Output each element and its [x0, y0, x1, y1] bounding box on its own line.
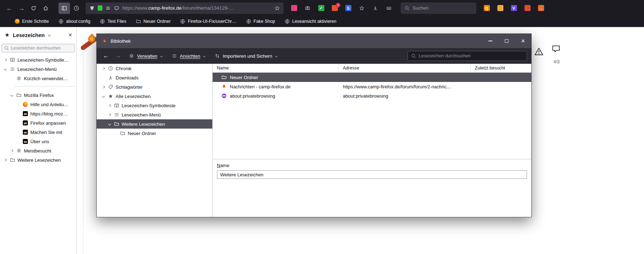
- tree-item[interactable]: Lesezeichen-Menü: [0, 64, 76, 74]
- chevron-right-icon[interactable]: [102, 85, 105, 88]
- name-input[interactable]: [217, 170, 527, 179]
- chevron-right-icon[interactable]: [4, 58, 6, 61]
- tree-item[interactable]: Weitere Lesezeichen: [97, 119, 212, 129]
- green-check-extension-icon[interactable]: ✓: [316, 3, 326, 14]
- chevron-down-icon[interactable]: [10, 94, 13, 97]
- orange-q-extension-icon[interactable]: Q: [481, 3, 492, 14]
- fox-extension-icon[interactable]: 1: [329, 3, 340, 14]
- chevron-right-icon[interactable]: [102, 67, 105, 70]
- chevron-down-icon[interactable]: [48, 33, 51, 36]
- bookmark-label: Test Files: [107, 19, 126, 24]
- tree-item[interactable]: Neuer Ordner: [97, 129, 212, 138]
- tree-item[interactable]: Mozilla Firefox: [0, 90, 76, 100]
- home-button[interactable]: [40, 2, 51, 14]
- post-anchor-link[interactable]: #3: [554, 58, 560, 64]
- tree-item[interactable]: Hilfe und Anleitu…: [0, 100, 76, 109]
- chevron-down-icon[interactable]: [4, 68, 6, 71]
- chevron-right-icon[interactable]: [4, 159, 6, 161]
- tree-item[interactable]: Kürzlich verwendet…: [0, 74, 76, 83]
- downloads-button-icon[interactable]: [370, 3, 381, 14]
- chevron-right-icon[interactable]: [108, 113, 111, 116]
- minimize-icon: [488, 41, 492, 41]
- library-back-button[interactable]: ←: [101, 51, 111, 61]
- sidebar-search[interactable]: [1, 44, 75, 52]
- close-button[interactable]: ×: [515, 34, 531, 48]
- tree-item[interactable]: Chronik: [97, 64, 212, 73]
- clock-icon: [108, 66, 113, 71]
- tree-item[interactable]: Alle Lesezeichen: [97, 92, 212, 101]
- red-extension-icon[interactable]: [522, 3, 533, 14]
- tree-item-label: Alle Lesezeichen: [116, 94, 151, 99]
- list-row[interactable]: Neuer Ordner: [213, 73, 531, 82]
- column-header[interactable]: Zuletzt besucht: [471, 64, 531, 72]
- library-search-input[interactable]: [419, 53, 524, 58]
- library-forward-button[interactable]: →: [113, 51, 123, 61]
- tree-item[interactable]: Weitere Lesezeichen: [0, 155, 76, 165]
- bookmark-toolbar-item[interactable]: Fake Shop: [246, 19, 275, 24]
- cell-address: https://www.camp-firefox.de/forum/forum/…: [339, 82, 471, 91]
- import-backup-button[interactable]: Importieren und Sichern: [211, 51, 281, 61]
- minimize-button[interactable]: [482, 34, 498, 48]
- pink-extension-icon[interactable]: [289, 3, 299, 14]
- sliders-icon[interactable]: [105, 5, 111, 11]
- bookmark-star-icon[interactable]: [274, 5, 280, 11]
- tree-item[interactable]: Lesezeichen-Menü: [97, 110, 212, 119]
- bookmark-toolbar-item[interactable]: Leseansicht aktivieren: [284, 19, 336, 24]
- tree-item-label: Chronik: [116, 66, 132, 71]
- chevron-down-icon[interactable]: [108, 123, 111, 125]
- keyboard-icon: [386, 5, 392, 11]
- column-header[interactable]: Name: [213, 64, 339, 72]
- tree-item[interactable]: Schlagwörter: [97, 82, 212, 92]
- library-search[interactable]: [407, 51, 527, 61]
- chevron-right-icon[interactable]: [108, 104, 111, 107]
- list-row[interactable]: Nachrichten - camp-firefox.dehttps://www…: [213, 82, 531, 91]
- orange-arrow-extension-icon[interactable]: →: [536, 3, 546, 14]
- green-page-action-icon[interactable]: [98, 5, 102, 11]
- tree-item[interactable]: Lesezeichen-Symbolle…: [0, 55, 76, 64]
- bookmark-toolbar-item[interactable]: Erste Schritte: [14, 19, 49, 24]
- back-button[interactable]: ←: [4, 2, 15, 14]
- sidebar-toggle-button[interactable]: [59, 2, 70, 14]
- history-button[interactable]: [71, 2, 82, 14]
- close-sidebar-button[interactable]: ×: [68, 32, 72, 38]
- sidebar-search-input[interactable]: [11, 46, 72, 51]
- views-label: Ansichten: [180, 53, 200, 59]
- chevron-right-icon[interactable]: [10, 149, 13, 152]
- tree-item[interactable]: Meistbesucht: [0, 146, 76, 155]
- forward-button[interactable]: →: [16, 2, 27, 14]
- bookmark-toolbar-item[interactable]: Neuer Ordner: [136, 19, 171, 24]
- url-bar[interactable]: https://www.camp-firefox.de/forum/thema/…: [86, 2, 284, 14]
- tracking-protection-shield-icon[interactable]: [89, 5, 95, 11]
- bookmark-toolbar-item[interactable]: about:config: [58, 19, 90, 24]
- column-header[interactable]: Adresse: [339, 64, 471, 72]
- chat-bubble-icon[interactable]: [552, 44, 561, 53]
- keyboard-extension-icon[interactable]: [384, 3, 394, 14]
- chevron-down-icon[interactable]: [102, 95, 105, 98]
- blue-s-extension-icon[interactable]: S: [343, 3, 354, 14]
- message-bubble-icon[interactable]: [114, 5, 120, 11]
- reload-button[interactable]: [28, 2, 39, 14]
- maximize-button[interactable]: [498, 34, 515, 48]
- views-button[interactable]: Ansichten: [168, 51, 209, 61]
- tree-item-label: Hilfe und Anleitu…: [30, 102, 69, 107]
- camera-extension-icon[interactable]: [302, 3, 313, 14]
- manage-button[interactable]: Verwalten: [125, 51, 166, 61]
- bookmark-toolbar-item[interactable]: Firefox-UI-Fix/userChr…: [180, 19, 236, 24]
- bookmarks-sidebar: Lesezeichen × Lesezeichen-Symbolle…Lesez…: [0, 27, 77, 254]
- library-titlebar[interactable]: Bibliothek ×: [97, 34, 531, 48]
- search-input[interactable]: [413, 5, 473, 11]
- tree-item[interactable]: mFirefox anpassen: [0, 118, 76, 128]
- tree-item[interactable]: mMachen Sie mit: [0, 128, 76, 137]
- tree-item-label: Mozilla Firefox: [24, 93, 54, 98]
- violet-v-extension-icon[interactable]: V: [508, 3, 519, 14]
- url-text[interactable]: https://www.camp-firefox.de/forum/thema/…: [122, 5, 272, 11]
- tree-item[interactable]: Lesezeichen-Symbolleiste: [97, 101, 212, 110]
- tree-item[interactable]: mÜber uns: [0, 137, 76, 146]
- tree-item[interactable]: Downloads: [97, 73, 212, 82]
- tree-item[interactable]: mhttps://blog.moz…: [0, 109, 76, 118]
- browser-search-bar[interactable]: [401, 2, 476, 14]
- list-row[interactable]: about:privatebrowsingabout:privatebrowsi…: [213, 91, 531, 100]
- star-extension-icon[interactable]: [356, 3, 367, 14]
- amber-extension-icon[interactable]: [495, 3, 506, 14]
- bookmark-toolbar-item[interactable]: Test Files: [100, 19, 126, 24]
